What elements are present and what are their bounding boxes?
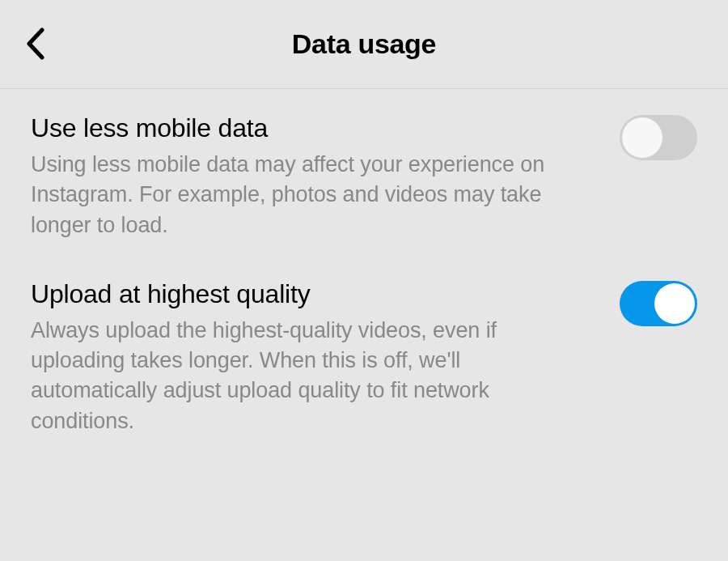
toggle-knob	[622, 117, 662, 158]
setting-description: Using less mobile data may affect your e…	[31, 150, 587, 240]
chevron-left-icon	[26, 28, 45, 60]
setting-description: Always upload the highest-quality videos…	[31, 316, 587, 436]
setting-text: Use less mobile data Using less mobile d…	[31, 113, 620, 240]
back-button[interactable]	[16, 24, 55, 63]
settings-content: Use less mobile data Using less mobile d…	[0, 89, 728, 436]
setting-upload-highest-quality: Upload at highest quality Always upload …	[31, 279, 697, 436]
page-title: Data usage	[0, 28, 728, 60]
header: Data usage	[0, 0, 728, 89]
setting-text: Upload at highest quality Always upload …	[31, 279, 620, 436]
toggle-use-less-mobile-data[interactable]	[620, 115, 697, 160]
setting-title: Use less mobile data	[31, 113, 587, 143]
toggle-knob	[654, 283, 695, 324]
setting-title: Upload at highest quality	[31, 279, 587, 309]
setting-use-less-mobile-data: Use less mobile data Using less mobile d…	[31, 113, 697, 240]
toggle-upload-highest-quality[interactable]	[620, 281, 697, 326]
